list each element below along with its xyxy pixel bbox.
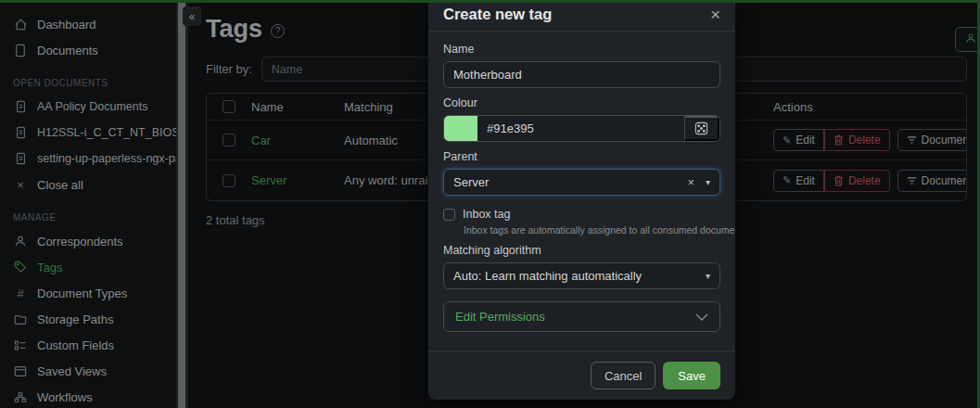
dice-icon xyxy=(694,121,708,135)
colour-input[interactable] xyxy=(477,116,684,141)
colour-label: Colour xyxy=(443,96,720,109)
frame-top-border xyxy=(0,0,980,3)
random-colour-button[interactable] xyxy=(684,116,719,141)
matching-algorithm-value: Auto: Learn matching automatically xyxy=(453,269,706,283)
modal-close-icon[interactable]: × xyxy=(710,6,720,23)
modal-title: Create new tag xyxy=(443,6,552,23)
create-tag-modal: Create new tag × Name Colour Parent Serv… xyxy=(428,0,735,400)
tag-name-input[interactable] xyxy=(443,61,720,88)
name-label: Name xyxy=(443,43,720,56)
parent-select[interactable]: Server × ▾ xyxy=(443,169,720,196)
edit-permissions-label: Edit Permissions xyxy=(455,310,545,324)
inbox-tag-label: Inbox tag xyxy=(463,208,510,221)
save-button[interactable]: Save xyxy=(663,362,720,389)
app-root: Dashboard Documents OPEN DOCUMENTS AA Po… xyxy=(0,0,980,408)
parent-select-value: Server xyxy=(453,175,687,189)
chevron-down-icon: ▾ xyxy=(706,271,710,281)
chevron-down-icon xyxy=(695,313,708,321)
colour-swatch xyxy=(444,116,477,141)
cancel-button[interactable]: Cancel xyxy=(591,362,655,389)
clear-icon[interactable]: × xyxy=(687,175,694,189)
matching-algorithm-label: Matching algorithm xyxy=(443,244,720,257)
parent-label: Parent xyxy=(443,150,720,163)
inbox-tag-hint: Inbox tags are automatically assigned to… xyxy=(464,224,720,236)
matching-algorithm-select[interactable]: Auto: Learn matching automatically ▾ xyxy=(443,262,720,289)
edit-permissions-toggle[interactable]: Edit Permissions xyxy=(443,301,720,332)
inbox-tag-checkbox[interactable] xyxy=(443,209,455,221)
chevron-down-icon: ▾ xyxy=(706,177,710,187)
